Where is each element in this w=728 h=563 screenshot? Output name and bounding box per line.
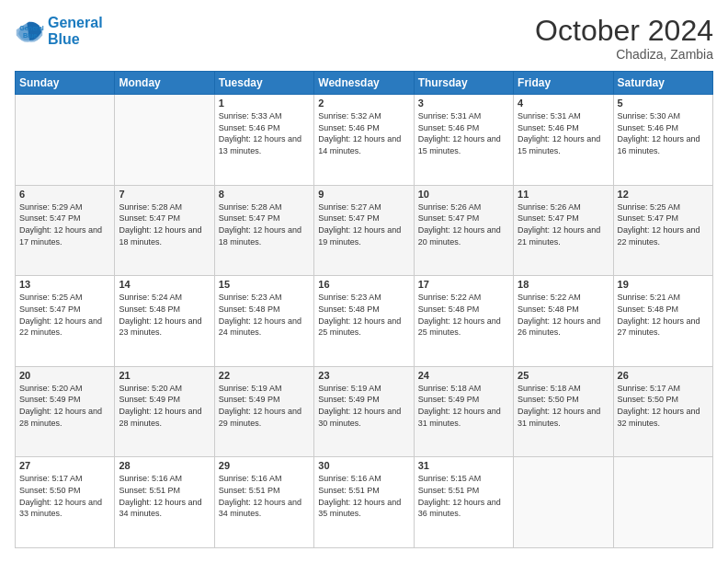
day-number: 31: [418, 460, 509, 471]
calendar-week-row: 1Sunrise: 5:33 AMSunset: 5:46 PMDaylight…: [16, 95, 713, 186]
table-row: 15Sunrise: 5:23 AMSunset: 5:48 PMDayligh…: [214, 276, 313, 367]
day-info: Sunrise: 5:27 AMSunset: 5:47 PMDaylight:…: [318, 201, 409, 247]
day-info: Sunrise: 5:28 AMSunset: 5:47 PMDaylight:…: [219, 201, 310, 247]
col-sunday: Sunday: [16, 72, 115, 95]
table-row: 26Sunrise: 5:17 AMSunset: 5:50 PMDayligh…: [613, 366, 712, 457]
table-row: 30Sunrise: 5:16 AMSunset: 5:51 PMDayligh…: [314, 457, 414, 548]
day-number: 26: [618, 370, 709, 381]
day-info: Sunrise: 5:22 AMSunset: 5:48 PMDaylight:…: [418, 292, 509, 338]
table-row: 25Sunrise: 5:18 AMSunset: 5:50 PMDayligh…: [514, 366, 613, 457]
day-info: Sunrise: 5:23 AMSunset: 5:48 PMDaylight:…: [219, 292, 310, 338]
col-thursday: Thursday: [414, 72, 513, 95]
table-row: 22Sunrise: 5:19 AMSunset: 5:49 PMDayligh…: [214, 366, 313, 457]
day-number: 6: [19, 189, 110, 200]
calendar-week-row: 13Sunrise: 5:25 AMSunset: 5:47 PMDayligh…: [16, 276, 713, 367]
col-friday: Friday: [514, 72, 613, 95]
day-info: Sunrise: 5:18 AMSunset: 5:50 PMDaylight:…: [518, 383, 609, 429]
day-number: 11: [518, 189, 609, 200]
day-info: Sunrise: 5:30 AMSunset: 5:46 PMDaylight:…: [618, 110, 709, 156]
day-number: 5: [618, 98, 709, 109]
day-info: Sunrise: 5:19 AMSunset: 5:49 PMDaylight:…: [318, 383, 409, 429]
day-number: 2: [318, 98, 409, 109]
logo-text: General Blue: [48, 15, 103, 47]
table-row: 13Sunrise: 5:25 AMSunset: 5:47 PMDayligh…: [16, 276, 115, 367]
table-row: 10Sunrise: 5:26 AMSunset: 5:47 PMDayligh…: [414, 185, 513, 276]
table-row: 18Sunrise: 5:22 AMSunset: 5:48 PMDayligh…: [514, 276, 613, 367]
day-info: Sunrise: 5:25 AMSunset: 5:47 PMDaylight:…: [618, 201, 709, 247]
day-number: 28: [119, 460, 210, 471]
day-number: 3: [418, 98, 509, 109]
day-number: 1: [219, 98, 310, 109]
day-info: Sunrise: 5:15 AMSunset: 5:51 PMDaylight:…: [418, 473, 509, 519]
calendar-week-row: 27Sunrise: 5:17 AMSunset: 5:50 PMDayligh…: [16, 457, 713, 548]
day-number: 24: [418, 370, 509, 381]
calendar-week-row: 6Sunrise: 5:29 AMSunset: 5:47 PMDaylight…: [16, 185, 713, 276]
day-number: 27: [19, 460, 110, 471]
table-row: [16, 95, 115, 186]
day-number: 29: [219, 460, 310, 471]
day-number: 22: [219, 370, 310, 381]
day-info: Sunrise: 5:26 AMSunset: 5:47 PMDaylight:…: [518, 201, 609, 247]
table-row: 4Sunrise: 5:31 AMSunset: 5:46 PMDaylight…: [514, 95, 613, 186]
month-title: October 2024: [535, 15, 713, 47]
logo-icon: General Blue: [15, 18, 44, 44]
calendar-week-row: 20Sunrise: 5:20 AMSunset: 5:49 PMDayligh…: [16, 366, 713, 457]
day-number: 23: [318, 370, 409, 381]
page: General Blue General Blue October 2024 C…: [0, 0, 728, 563]
day-info: Sunrise: 5:23 AMSunset: 5:48 PMDaylight:…: [318, 292, 409, 338]
header: General Blue General Blue October 2024 C…: [15, 15, 713, 62]
day-info: Sunrise: 5:16 AMSunset: 5:51 PMDaylight:…: [219, 473, 310, 519]
day-info: Sunrise: 5:26 AMSunset: 5:47 PMDaylight:…: [418, 201, 509, 247]
day-info: Sunrise: 5:16 AMSunset: 5:51 PMDaylight:…: [119, 473, 210, 519]
day-info: Sunrise: 5:31 AMSunset: 5:46 PMDaylight:…: [518, 110, 609, 156]
table-row: 23Sunrise: 5:19 AMSunset: 5:49 PMDayligh…: [314, 366, 414, 457]
table-row: 28Sunrise: 5:16 AMSunset: 5:51 PMDayligh…: [115, 457, 214, 548]
table-row: 2Sunrise: 5:32 AMSunset: 5:46 PMDaylight…: [314, 95, 414, 186]
day-info: Sunrise: 5:33 AMSunset: 5:46 PMDaylight:…: [219, 110, 310, 156]
day-info: Sunrise: 5:31 AMSunset: 5:46 PMDaylight:…: [418, 110, 509, 156]
day-info: Sunrise: 5:22 AMSunset: 5:48 PMDaylight:…: [518, 292, 609, 338]
table-row: 11Sunrise: 5:26 AMSunset: 5:47 PMDayligh…: [514, 185, 613, 276]
svg-text:Blue: Blue: [23, 32, 37, 40]
day-number: 7: [119, 189, 210, 200]
table-row: 24Sunrise: 5:18 AMSunset: 5:49 PMDayligh…: [414, 366, 513, 457]
table-row: 7Sunrise: 5:28 AMSunset: 5:47 PMDaylight…: [115, 185, 214, 276]
table-row: 3Sunrise: 5:31 AMSunset: 5:46 PMDaylight…: [414, 95, 513, 186]
table-row: 27Sunrise: 5:17 AMSunset: 5:50 PMDayligh…: [16, 457, 115, 548]
table-row: 6Sunrise: 5:29 AMSunset: 5:47 PMDaylight…: [16, 185, 115, 276]
day-info: Sunrise: 5:25 AMSunset: 5:47 PMDaylight:…: [19, 292, 110, 338]
table-row: 17Sunrise: 5:22 AMSunset: 5:48 PMDayligh…: [414, 276, 513, 367]
day-number: 4: [518, 98, 609, 109]
table-row: 21Sunrise: 5:20 AMSunset: 5:49 PMDayligh…: [115, 366, 214, 457]
day-info: Sunrise: 5:20 AMSunset: 5:49 PMDaylight:…: [119, 383, 210, 429]
day-number: 10: [418, 189, 509, 200]
table-row: 8Sunrise: 5:28 AMSunset: 5:47 PMDaylight…: [214, 185, 313, 276]
day-info: Sunrise: 5:18 AMSunset: 5:49 PMDaylight:…: [418, 383, 509, 429]
day-number: 30: [318, 460, 409, 471]
day-header-row: Sunday Monday Tuesday Wednesday Thursday…: [16, 72, 713, 95]
day-number: 13: [19, 279, 110, 290]
day-number: 18: [518, 279, 609, 290]
table-row: 20Sunrise: 5:20 AMSunset: 5:49 PMDayligh…: [16, 366, 115, 457]
table-row: 29Sunrise: 5:16 AMSunset: 5:51 PMDayligh…: [214, 457, 313, 548]
day-info: Sunrise: 5:24 AMSunset: 5:48 PMDaylight:…: [119, 292, 210, 338]
table-row: [514, 457, 613, 548]
day-info: Sunrise: 5:32 AMSunset: 5:46 PMDaylight:…: [318, 110, 409, 156]
day-number: 12: [618, 189, 709, 200]
table-row: [613, 457, 712, 548]
day-info: Sunrise: 5:29 AMSunset: 5:47 PMDaylight:…: [19, 201, 110, 247]
table-row: 16Sunrise: 5:23 AMSunset: 5:48 PMDayligh…: [314, 276, 414, 367]
day-number: 20: [19, 370, 110, 381]
day-number: 25: [518, 370, 609, 381]
day-info: Sunrise: 5:20 AMSunset: 5:49 PMDaylight:…: [19, 383, 110, 429]
table-row: 19Sunrise: 5:21 AMSunset: 5:48 PMDayligh…: [613, 276, 712, 367]
calendar-table: Sunday Monday Tuesday Wednesday Thursday…: [15, 71, 713, 548]
col-saturday: Saturday: [613, 72, 712, 95]
svg-text:General: General: [19, 25, 44, 32]
day-info: Sunrise: 5:17 AMSunset: 5:50 PMDaylight:…: [19, 473, 110, 519]
day-info: Sunrise: 5:17 AMSunset: 5:50 PMDaylight:…: [618, 383, 709, 429]
table-row: 31Sunrise: 5:15 AMSunset: 5:51 PMDayligh…: [414, 457, 513, 548]
day-number: 9: [318, 189, 409, 200]
day-number: 19: [618, 279, 709, 290]
logo: General Blue General Blue: [15, 15, 103, 47]
